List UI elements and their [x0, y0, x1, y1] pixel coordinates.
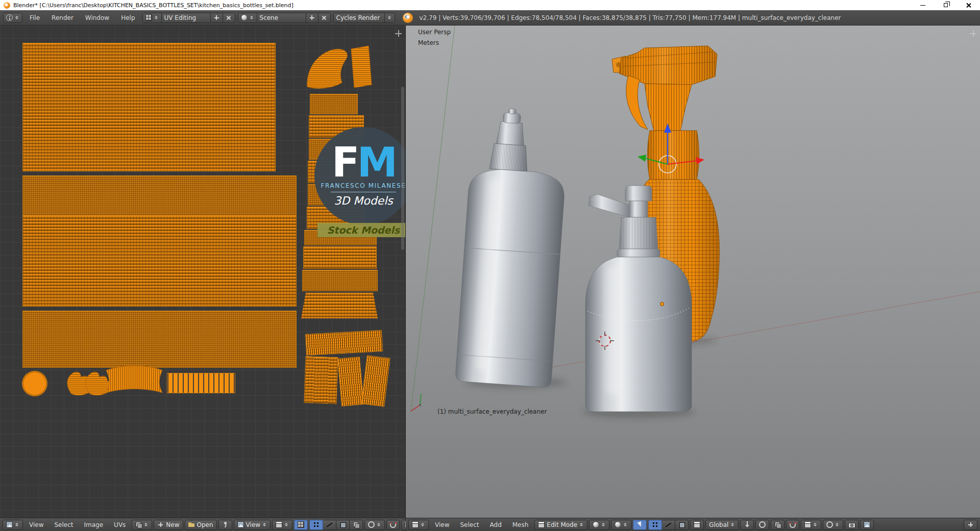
uv-menu-view[interactable]: View	[24, 521, 48, 528]
screen-layout-delete-button[interactable]	[223, 13, 235, 22]
open-image-button[interactable]: Open	[185, 520, 217, 530]
window-titlebar[interactable]: Blender* [C:\Users\franc\Desktop\KITCHEN…	[0, 0, 980, 10]
blender-logo-icon	[4, 2, 10, 9]
viewport-shading-dropdown[interactable]	[589, 520, 609, 530]
plus-icon	[213, 14, 220, 21]
watermark-initial-m: M	[357, 139, 396, 186]
proportional-editing-dropdown[interactable]	[823, 520, 843, 530]
transform-orientation-dropdown[interactable]: Global	[705, 520, 739, 530]
image-stack-icon	[135, 521, 142, 528]
menu-render[interactable]: Render	[47, 14, 78, 21]
region-split-button[interactable]	[969, 30, 977, 37]
plus-icon	[967, 521, 974, 528]
edge-select-button[interactable]	[662, 520, 675, 530]
minimize-button[interactable]	[911, 0, 934, 10]
uv-island-banner[interactable]	[106, 366, 162, 393]
render-opengl-button[interactable]	[845, 520, 859, 530]
editor-type-button-info[interactable]	[3, 13, 22, 23]
scene-delete-button[interactable]	[318, 13, 330, 22]
cylinder-bottle-object[interactable]	[455, 106, 570, 388]
view3d-header: View Select Add Mesh Edit Mode Global	[406, 518, 980, 531]
rotate-icon	[759, 521, 766, 528]
uv-select-edge-button[interactable]	[323, 520, 336, 530]
scene-browse-button[interactable]	[238, 13, 257, 22]
v3d-menu-mesh[interactable]: Mesh	[508, 521, 533, 528]
scale-manipulator-button[interactable]	[771, 520, 785, 530]
main-area: FM FRANCESCO MILANESE 3D Models Stock Mo…	[0, 26, 980, 531]
uv-island-quad[interactable]	[351, 46, 372, 88]
snap-element-dropdown[interactable]	[801, 520, 821, 530]
uv-menu-select[interactable]: Select	[50, 521, 78, 528]
uv-canvas[interactable]: FM FRANCESCO MILANESE 3D Models Stock Mo…	[0, 26, 405, 518]
chevron-updown-icon	[262, 521, 267, 528]
manipulator-toggle-button[interactable]	[633, 520, 647, 530]
translate-manipulator-button[interactable]	[740, 520, 754, 530]
uv-island-axe[interactable]	[307, 49, 347, 88]
orientation-value: Global	[709, 521, 728, 528]
face-select-icon	[678, 521, 685, 528]
uv-scrollbar-vertical[interactable]	[401, 87, 404, 250]
restore-icon	[944, 3, 948, 7]
scene-add-button[interactable]	[306, 13, 318, 22]
image-mode-dropdown[interactable]: View	[234, 520, 271, 530]
face-select-button[interactable]	[675, 520, 689, 530]
uv-select-island-button[interactable]	[350, 520, 363, 530]
y-axis-line	[411, 26, 455, 412]
header-collapse-widget[interactable]	[964, 520, 977, 530]
scene-name[interactable]: Scene	[257, 13, 306, 22]
proportional-edit-dropdown[interactable]	[364, 520, 385, 530]
region-split-button[interactable]	[395, 30, 402, 37]
watermark-logo: FM FRANCESCO MILANESE 3D Models	[314, 127, 405, 225]
scene-selector: Scene	[238, 13, 331, 23]
uv-pivot-dropdown[interactable]	[272, 520, 292, 530]
v3d-menu-add[interactable]: Add	[485, 521, 506, 528]
image-browse-dropdown[interactable]	[132, 520, 152, 530]
menu-window[interactable]: Window	[81, 14, 114, 21]
restore-button[interactable]	[934, 0, 957, 10]
render-engine-dropdown[interactable]: Cycles Render	[333, 13, 395, 23]
editor-type-button[interactable]	[3, 520, 23, 530]
x-axis-line	[482, 292, 980, 380]
watermark-initials: FM	[332, 145, 395, 180]
chevron-updown-icon	[623, 521, 628, 528]
pin-image-button[interactable]	[218, 520, 232, 530]
menu-help[interactable]: Help	[116, 14, 139, 21]
occlude-geometry-toggle[interactable]	[690, 520, 704, 530]
sync-uv-selection-toggle[interactable]	[294, 520, 308, 530]
pump-body	[585, 257, 692, 412]
pivot-point-dropdown[interactable]	[611, 520, 631, 530]
screen-layout-add-button[interactable]	[211, 13, 223, 22]
new-image-button[interactable]: New	[154, 520, 183, 530]
watermark-name: FRANCESCO MILANESE	[321, 182, 405, 189]
render-engine-value: Cycles Render	[334, 13, 385, 22]
magnet-icon	[390, 523, 396, 528]
chevron-updown-icon	[250, 14, 254, 21]
viewport-canvas[interactable]: User Persp Meters (1) multi_surface_ever…	[406, 26, 980, 518]
render-opengl-anim-button[interactable]	[860, 520, 874, 530]
screen-layout-browse-button[interactable]	[143, 13, 162, 22]
image-icon	[237, 521, 244, 528]
snap-toggle-button[interactable]	[386, 520, 400, 530]
menu-file[interactable]: File	[25, 14, 44, 21]
editor-type-button[interactable]	[408, 520, 429, 530]
v3d-menu-select[interactable]: Select	[455, 521, 483, 528]
uv-menu-uvs[interactable]: UVs	[109, 521, 130, 528]
rotate-manipulator-button[interactable]	[755, 520, 769, 530]
viewport-scene	[406, 26, 980, 518]
v3d-menu-view[interactable]: View	[430, 521, 454, 528]
uv-select-face-button[interactable]	[336, 520, 350, 530]
interaction-mode-dropdown[interactable]: Edit Mode	[534, 520, 587, 530]
uv-select-vertex-button[interactable]	[309, 520, 323, 530]
snap-toggle-button[interactable]	[786, 520, 799, 530]
uv-menu-image[interactable]: Image	[80, 521, 108, 528]
proportional-edit-icon	[826, 521, 833, 528]
screen-layout-name[interactable]: UV Editing	[162, 13, 211, 22]
image-editor-icon	[6, 521, 13, 528]
vertex-select-button[interactable]	[648, 520, 662, 530]
chevron-updown-icon	[144, 521, 149, 528]
close-button[interactable]	[957, 0, 980, 10]
screen-layout-selector: UV Editing	[142, 13, 235, 23]
close-icon	[966, 3, 971, 8]
manipulator-icon	[636, 521, 643, 528]
chevron-updown-icon	[813, 521, 818, 528]
